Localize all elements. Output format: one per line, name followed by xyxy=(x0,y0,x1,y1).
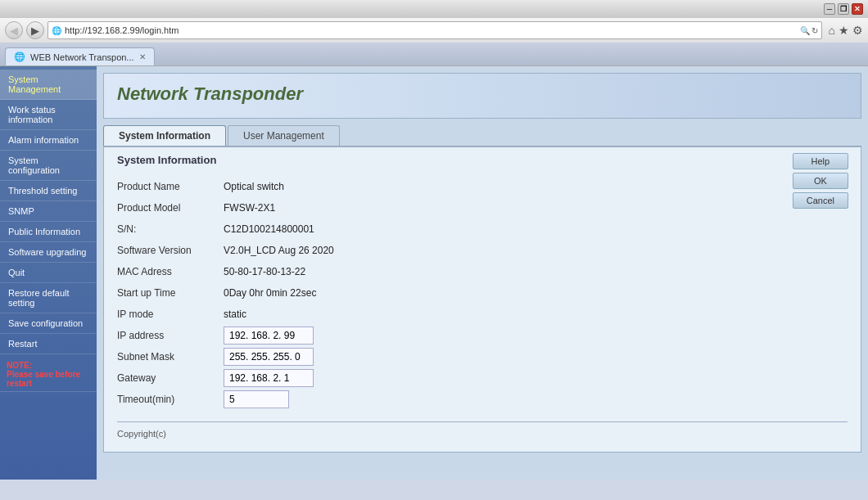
restore-button[interactable]: ❐ xyxy=(838,3,849,15)
forward-button[interactable]: ▶ xyxy=(26,21,44,39)
field-ip-address: IP address xyxy=(117,327,848,345)
sidebar-item-restore-default[interactable]: Restore default setting xyxy=(0,283,97,313)
label-mac-address: MAC Adress xyxy=(117,266,224,277)
label-gateway: Gateway xyxy=(117,372,224,384)
browser-tab-icon: 🌐 xyxy=(14,52,25,62)
label-product-model: Product Model xyxy=(117,202,224,214)
value-software-version: V2.0H_LCD Aug 26 2020 xyxy=(224,245,334,256)
main-layout: System Management Work status informatio… xyxy=(0,66,868,480)
label-subnet-mask: Subnet Mask xyxy=(117,351,224,363)
label-ip-mode: IP mode xyxy=(117,309,224,320)
value-product-model: FWSW-2X1 xyxy=(224,202,275,214)
sidebar-label-system-management: System Management xyxy=(8,74,61,94)
note-label: NOTE: xyxy=(7,361,90,370)
title-bar: ─ ❐ ✕ xyxy=(0,0,868,18)
info-panel-wrapper: System Information Help OK Cancel Produc… xyxy=(103,146,861,453)
sidebar-item-threshold-setting[interactable]: Threshold setting xyxy=(0,181,97,201)
panel-divider xyxy=(117,421,848,422)
label-ip-address: IP address xyxy=(117,330,224,341)
address-actions: 🔍 ↻ xyxy=(800,26,818,35)
value-mac-address: 50-80-17-80-13-22 xyxy=(224,266,305,277)
browser-tab-bar: 🌐 WEB Network Transpon... ✕ xyxy=(0,43,868,65)
field-startup-time: Start up Time 0Day 0hr 0min 22sec xyxy=(117,284,848,302)
favorites-button[interactable]: ★ xyxy=(839,24,849,37)
note-text: Please save before restart xyxy=(7,370,90,388)
field-product-name: Product Name Optical switch xyxy=(117,178,848,196)
settings-button[interactable]: ⚙ xyxy=(852,24,863,37)
label-software-version: Software Version xyxy=(117,245,224,256)
field-sn: S/N: C12D100214800001 xyxy=(117,220,848,238)
sidebar: System Management Work status informatio… xyxy=(0,66,97,480)
tab-user-mgmt-label: User Management xyxy=(243,130,324,142)
value-ip-mode: static xyxy=(224,309,246,320)
sidebar-label-work-status: Work status information xyxy=(8,105,56,124)
home-button[interactable]: ⌂ xyxy=(829,24,835,37)
input-gateway[interactable] xyxy=(224,369,314,387)
panel-title: System Information xyxy=(117,154,848,169)
minimize-button[interactable]: ─ xyxy=(824,3,835,15)
sidebar-label-alarm-information: Alarm information xyxy=(8,135,79,145)
field-software-version: Software Version V2.0H_LCD Aug 26 2020 xyxy=(117,241,848,259)
sidebar-item-quit[interactable]: Quit xyxy=(0,263,97,283)
title-bar-buttons: ─ ❐ ✕ xyxy=(824,3,863,15)
sidebar-label-public-information: Public Information xyxy=(8,227,80,236)
label-sn: S/N: xyxy=(117,223,224,235)
sidebar-label-save-configuration: Save configuration xyxy=(8,318,83,328)
app-header: Network Transponder xyxy=(103,73,861,119)
input-subnet-mask[interactable] xyxy=(224,348,314,366)
sidebar-item-snmp[interactable]: SNMP xyxy=(0,201,97,222)
address-search-icon[interactable]: 🔍 xyxy=(800,26,810,35)
back-button[interactable]: ◀ xyxy=(5,21,23,39)
sidebar-label-snmp: SNMP xyxy=(8,206,34,216)
app-title: Network Transponder xyxy=(117,83,848,105)
label-startup-time: Start up Time xyxy=(117,287,224,299)
sidebar-item-system-management[interactable]: System Management xyxy=(0,70,97,100)
sidebar-label-restore-default: Restore default setting xyxy=(8,288,70,308)
sidebar-item-public-information[interactable]: Public Information xyxy=(0,222,97,242)
sidebar-label-threshold-setting: Threshold setting xyxy=(8,186,77,196)
value-startup-time: 0Day 0hr 0min 22sec xyxy=(224,287,316,299)
label-product-name: Product Name xyxy=(117,181,224,192)
sidebar-note: NOTE: Please save before restart xyxy=(0,354,97,392)
input-timeout[interactable] xyxy=(224,390,289,408)
address-text: http://192.168.2.99/login.htm xyxy=(65,25,797,35)
sidebar-item-alarm-information[interactable]: Alarm information xyxy=(0,130,97,151)
help-button[interactable]: Help xyxy=(793,153,848,169)
close-button[interactable]: ✕ xyxy=(852,3,863,15)
content-area: Network Transponder System Information U… xyxy=(97,66,868,480)
button-group: Help OK Cancel xyxy=(793,153,848,209)
browser-tab-label: WEB Network Transpon... xyxy=(30,52,134,62)
sidebar-label-quit: Quit xyxy=(8,268,25,277)
address-bar: 🌐 http://192.168.2.99/login.htm 🔍 ↻ xyxy=(47,21,822,39)
field-product-model: Product Model FWSW-2X1 xyxy=(117,199,848,217)
address-lock-icon: 🌐 xyxy=(52,26,61,35)
tab-system-info-label: System Information xyxy=(119,130,210,142)
browser-tab-close[interactable]: ✕ xyxy=(139,52,146,61)
info-panel: System Information Help OK Cancel Produc… xyxy=(103,146,861,453)
sidebar-item-software-upgrading[interactable]: Software upgrading xyxy=(0,242,97,263)
sidebar-item-work-status[interactable]: Work status information xyxy=(0,100,97,130)
sidebar-label-restart: Restart xyxy=(8,339,37,349)
value-sn: C12D100214800001 xyxy=(224,223,314,235)
nav-bar: ◀ ▶ 🌐 http://192.168.2.99/login.htm 🔍 ↻ … xyxy=(0,18,868,43)
tab-system-information[interactable]: System Information xyxy=(103,125,226,146)
sidebar-item-system-configuration[interactable]: System configuration xyxy=(0,151,97,181)
field-mac-address: MAC Adress 50-80-17-80-13-22 xyxy=(117,263,848,281)
browser-tab[interactable]: 🌐 WEB Network Transpon... ✕ xyxy=(5,47,155,65)
field-ip-mode: IP mode static xyxy=(117,305,848,323)
page-tabs: System Information User Management xyxy=(103,125,861,146)
ok-button[interactable]: OK xyxy=(793,173,848,189)
cancel-button[interactable]: Cancel xyxy=(793,192,848,209)
field-timeout: Timeout(min) xyxy=(117,390,848,408)
value-product-name: Optical switch xyxy=(224,181,284,192)
sidebar-item-save-configuration[interactable]: Save configuration xyxy=(0,313,97,334)
label-timeout: Timeout(min) xyxy=(117,394,224,405)
sidebar-label-system-configuration: System configuration xyxy=(8,155,60,175)
field-gateway: Gateway xyxy=(117,369,848,387)
sidebar-label-software-upgrading: Software upgrading xyxy=(8,247,86,257)
sidebar-item-restart[interactable]: Restart xyxy=(0,334,97,354)
input-ip-address[interactable] xyxy=(224,327,314,345)
tab-user-management[interactable]: User Management xyxy=(228,125,340,146)
address-refresh-icon[interactable]: ↻ xyxy=(811,26,818,35)
copyright-text: Copyright(c) xyxy=(117,429,848,439)
